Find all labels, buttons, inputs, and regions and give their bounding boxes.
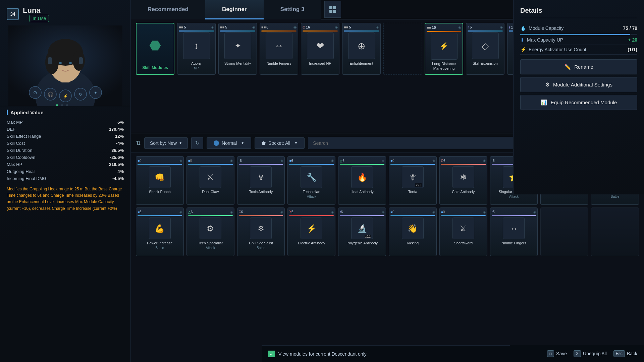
inv-info-icon: ◈ <box>483 159 486 163</box>
view-modules-checkbox-area[interactable]: ✓ View modules for current Descendant on… <box>268 351 367 357</box>
inv-cap: ■0 <box>188 159 192 163</box>
inv-name-10: Power Increase <box>147 241 172 245</box>
module-nf-cap: ■■6 <box>261 25 268 29</box>
inventory-module-11[interactable]: △6 ◈ ⚙ Tech Specialist Attack <box>186 207 234 256</box>
stat-val: 12% <box>115 134 124 139</box>
stat-row: Max HP 218.5% <box>7 161 124 168</box>
module-skill-expansion[interactable]: r5 ◈ ◇ Skill Expansion <box>466 23 504 75</box>
svg-text:✦: ✦ <box>94 90 97 95</box>
unequip-key: X <box>574 350 581 357</box>
inventory-module-5[interactable]: ■0 ◈ 🗡 x22 Tonfa <box>389 156 437 205</box>
module-ld-icon: ⚡ <box>431 33 458 60</box>
inventory-module-extra-1[interactable] <box>591 207 639 256</box>
char-name: Luna <box>23 6 49 15</box>
inv-sub-3: Attack <box>307 195 316 198</box>
tab-grid-button[interactable] <box>324 1 341 18</box>
svg-text:⚡: ⚡ <box>63 94 68 99</box>
save-action[interactable]: □ Save <box>547 350 567 357</box>
sort-button[interactable]: Sort by: New ▼ <box>144 137 188 149</box>
stat-val: 36.5% <box>111 148 124 153</box>
inventory-module-6[interactable]: C6 ◈ ❄ Cold Antibody <box>439 156 487 205</box>
module-long-distance[interactable]: ■■10 ◈ ⚡ Long-Distance Maneuvering <box>425 23 463 75</box>
inventory-module-16[interactable]: ■0 ◈ ⚔ Shortsword <box>439 207 487 256</box>
stat-row: Outgoing Heal 4% <box>7 168 124 175</box>
inv-icon-3: 🔧 <box>301 166 322 188</box>
info-icon4: ◈ <box>335 25 338 29</box>
skill-modules-label-card[interactable]: ⬣ Skill Modules <box>136 23 174 75</box>
inv-sub-11: Attack <box>206 246 215 250</box>
inv-name-17: Nimble Fingers <box>501 241 526 245</box>
tab-recommended[interactable]: Recommended <box>131 0 205 19</box>
stat-row: Incoming Final DMG -4.5% <box>7 175 124 182</box>
refresh-button[interactable]: ↻ <box>191 137 203 149</box>
inv-icon-4: 🔥 <box>351 166 373 188</box>
inventory-module-1[interactable]: ■0 ◈ ⚔ Dual Claw <box>186 156 234 205</box>
socket-filter[interactable]: ⬟ Socket: All ▼ <box>255 137 305 149</box>
svg-rect-11 <box>48 57 52 64</box>
inventory-module-2[interactable]: r6 ◈ ☣ Toxic Antibody <box>237 156 285 205</box>
inventory-module-0[interactable]: ■0 ◈ 👊 Shock Punch <box>136 156 184 205</box>
info-icon: ◈ <box>211 25 214 29</box>
back-action[interactable]: Esc Back <box>613 350 637 357</box>
module-ihp-cap: C16 <box>303 25 310 29</box>
in-use-badge: In Use <box>30 15 49 22</box>
module-settings-label: Module Additional Settings <box>553 82 612 87</box>
inv-icon-15: 👋 <box>402 218 424 239</box>
inventory-module-4[interactable]: △6 ◈ 🔥 Heat Antibody <box>338 156 386 205</box>
module-enlightenment[interactable]: ■■5 ◈ ⊕ Enlightenment <box>342 23 381 75</box>
stat-val: -4.5% <box>112 176 124 181</box>
grid-icon <box>329 5 337 13</box>
stat-name: Outgoing Heal <box>7 169 35 174</box>
inventory-module-15[interactable]: ■0 ◈ 👋 Kicking <box>389 207 437 256</box>
inv-cap: r6 <box>239 159 242 163</box>
view-modules-checkbox[interactable]: ✓ <box>268 351 275 357</box>
inv-info-icon: ◈ <box>179 210 182 214</box>
module-ld-name: Long-Distance Maneuvering <box>427 61 461 71</box>
tab-beginner[interactable]: Beginner <box>205 0 264 19</box>
stat-val: 218.5% <box>109 162 124 167</box>
equip-recommended-label: Equip Recommended Module <box>551 100 617 105</box>
energy-icon: ⚡ <box>520 47 526 52</box>
equip-recommended-button[interactable]: 📊 Equip Recommended Module <box>520 95 637 110</box>
inv-cap: △6 <box>340 159 344 163</box>
info-icon7: ◈ <box>500 25 503 29</box>
skill-modules-label: Skill Modules <box>142 65 168 73</box>
inv-bar <box>340 164 384 165</box>
rename-button[interactable]: ✏️ Rename <box>520 59 637 74</box>
normal-filter[interactable]: Normal ▼ <box>207 137 251 149</box>
inventory-module-10[interactable]: ■6 ◈ 💪 Power Increase Battle <box>136 207 184 256</box>
stat-val: 4% <box>117 169 124 174</box>
inventory-module-3[interactable]: ■6 ◈ 🔧 Technician Attack <box>287 156 335 205</box>
module-settings-button[interactable]: ⚙ Module Additional Settings <box>520 77 637 92</box>
sort-icon-btn[interactable]: ⇅ <box>136 139 141 147</box>
energy-activator-label: ⚡ Energy Activator Use Count <box>520 47 586 52</box>
description-text: Modifies the Grappling Hook range to 25 … <box>7 186 124 212</box>
module-increased-hp[interactable]: C16 ◈ ❤ Increased HP <box>301 23 339 75</box>
inv-name-12: Chill Specialist <box>249 241 273 245</box>
count-badge: x11 <box>365 235 371 238</box>
inventory-module-14[interactable]: r6 ◈ 🔬 x11 Polygenic Antibody <box>338 207 386 256</box>
inv-icon-13: ⚡ <box>301 218 322 239</box>
stat-row: Skill Cooldown -25.6% <box>7 154 124 161</box>
tab-setting3[interactable]: Setting 3 <box>264 0 321 19</box>
module-capacity-row: 💧 Module Capacity 75 / 79 <box>520 23 637 33</box>
inventory-module-17[interactable]: r5 ◈ ↔ Nimble Fingers <box>490 207 538 256</box>
module-empty-1[interactable] <box>383 23 422 75</box>
max-capacity-row: ⬆ Max Capacity UP + 20 <box>520 35 637 45</box>
module-agony[interactable]: ■■5 ◈ ↕ Agony MP <box>177 23 216 75</box>
unequip-all-action[interactable]: X Unequip All <box>574 350 607 357</box>
max-capacity-value: + 20 <box>628 37 637 43</box>
inv-name-16: Shortsword <box>454 241 473 245</box>
inv-icon-14: 🔬 x11 <box>351 218 373 239</box>
stat-name: Skill Cooldown <box>7 155 35 160</box>
inventory-module-extra-0[interactable] <box>540 207 588 256</box>
inv-sub-9: Battle <box>611 195 620 198</box>
inv-name-6: Cold Antibody <box>452 189 475 194</box>
module-nimble-fingers-e[interactable]: ■■6 ◈ ↔ Nimble Fingers <box>260 23 298 75</box>
inventory-module-12[interactable]: C6 ◈ ❄ Chill Specialist Battle <box>237 207 285 256</box>
svg-rect-12 <box>79 57 83 64</box>
inventory-module-13[interactable]: X6 ◈ ⚡ Electric Antibody <box>287 207 335 256</box>
stat-val: 6% <box>117 120 124 125</box>
inv-name-11: Tech Specialist <box>198 241 223 245</box>
module-strong-mentality[interactable]: ■■5 ◈ ✦ Strong Mentality <box>218 23 257 75</box>
